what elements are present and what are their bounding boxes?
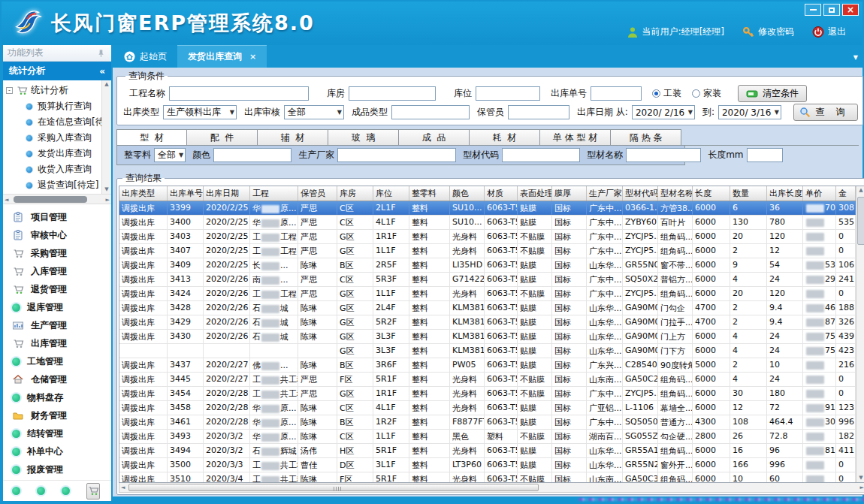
- table-row[interactable]: 调拨出库34542020/2/28工共工程严思G区1R1F整料光身料6063-T…: [119, 387, 856, 401]
- table-row[interactable]: 调拨出库34032020/2/25工工程严思G区1R1F整料光身料6063-T5…: [119, 230, 856, 244]
- profile-name-input[interactable]: [626, 148, 701, 162]
- column-header[interactable]: 型材代码: [623, 186, 658, 201]
- material-tab[interactable]: 隔 热 条: [611, 129, 681, 145]
- sidebar-group-出库管理[interactable]: 出库管理: [3, 334, 111, 352]
- sidebar-group-补单中心[interactable]: 补单中心: [3, 442, 111, 460]
- column-header[interactable]: 整零料: [409, 186, 450, 201]
- table-row[interactable]: 调拨出库34612020/2/28华原...陈琳B区1R2F整料F8877FT6…: [119, 415, 856, 430]
- table-row[interactable]: 调拨出库34072020/2/25工工程严思G区1L1F整料光身料6063-T5…: [119, 244, 856, 258]
- order-no-input[interactable]: [591, 86, 642, 101]
- tab-发货出库查询[interactable]: 发货出库查询×: [177, 45, 267, 68]
- radio-homewear[interactable]: 家装: [692, 87, 721, 100]
- table-row[interactable]: 调拨出库34942020/3/2石辉城汤伟H区5R1F整料光身料6063-T5贴…: [119, 444, 856, 458]
- table-row[interactable]: G区3L3F整料KLM38176063-T5贴膜国标山东华...GA90M09.…: [119, 344, 856, 358]
- column-header[interactable]: 表面处理: [518, 186, 552, 201]
- location-input[interactable]: [476, 86, 540, 101]
- scrollbar-thumb[interactable]: [128, 484, 539, 491]
- maximize-icon[interactable]: [823, 4, 840, 16]
- scroll-right-icon[interactable]: ►: [106, 197, 110, 204]
- material-tab[interactable]: 型 材: [116, 129, 187, 145]
- scrollbar-thumb[interactable]: [14, 196, 87, 203]
- tree-item[interactable]: 发货出库查询: [6, 146, 101, 161]
- scroll-up-icon[interactable]: ▲: [104, 81, 108, 88]
- green-dot-icon[interactable]: [37, 487, 45, 495]
- tree-item[interactable]: 采购入库查询: [6, 130, 101, 146]
- table-row[interactable]: 调拨出库34582020/2/28华原...陈琳C区4L1F整料光身料6063-…: [119, 401, 856, 415]
- column-header[interactable]: 数量: [730, 186, 767, 201]
- sidebar-group-仓储管理[interactable]: 仓储管理: [3, 370, 111, 388]
- column-header[interactable]: 颜色: [450, 186, 485, 201]
- column-header[interactable]: 材质: [485, 186, 518, 201]
- material-tab[interactable]: 配 件: [187, 129, 258, 145]
- column-header[interactable]: 出库单号: [168, 186, 204, 201]
- grid-vertical-scrollbar[interactable]: ▲ ▼: [856, 186, 864, 482]
- column-header[interactable]: 金: [836, 186, 856, 201]
- tree-vertical-scrollbar[interactable]: ▲ ▼: [101, 80, 111, 194]
- table-row[interactable]: 调拨出库34242020/2/26工工程严思G区1L1F整料光身料6063-T5…: [119, 287, 856, 301]
- tab-起始页[interactable]: 起始页: [113, 45, 177, 68]
- green-dot-icon[interactable]: [12, 487, 20, 495]
- sidebar-group-审核中心[interactable]: 审核中心: [3, 226, 111, 244]
- scroll-right-icon[interactable]: ►: [860, 484, 864, 491]
- table-row[interactable]: 调拨出库34132020/2/26南...严思C区5R3F整料G71422606…: [119, 273, 856, 287]
- logout-button[interactable]: 退出: [812, 26, 846, 38]
- material-tab[interactable]: 成 品: [399, 129, 470, 145]
- table-row[interactable]: 调拨出库35002020/3/3工共工程曹佳D区3L1F整料LT3P606063…: [119, 458, 856, 472]
- color-input[interactable]: [213, 148, 292, 162]
- warehouse-input[interactable]: [349, 86, 436, 101]
- tab-list-chevron-icon[interactable]: ▼: [853, 54, 858, 61]
- product-type-input[interactable]: [391, 105, 470, 119]
- grid-horizontal-scrollbar[interactable]: ◄ ►: [119, 483, 864, 493]
- sidebar-group-退库管理[interactable]: 退库管理: [3, 298, 111, 316]
- table-row[interactable]: 调拨出库34932020/3/2华原...陈琳C区1L1F整料黑色塑料不贴膜国标…: [119, 430, 856, 444]
- column-header[interactable]: 出库类型: [119, 186, 168, 201]
- cart-tool-button[interactable]: [86, 483, 100, 499]
- project-name-input[interactable]: [169, 86, 309, 101]
- column-header[interactable]: 库位: [373, 186, 409, 201]
- tree-item[interactable]: 在途信息查询[待: [6, 114, 101, 130]
- keeper-input[interactable]: [508, 105, 569, 119]
- sidebar-group-结转管理[interactable]: 结转管理: [3, 424, 111, 442]
- scrollbar-thumb[interactable]: [857, 197, 864, 245]
- tree-item[interactable]: 预算执行查询: [6, 98, 101, 114]
- whole-part-select[interactable]: 全部▼: [154, 148, 186, 162]
- table-row[interactable]: 调拨出库34092020/2/25长...陈琳B区2R5F整料LI35HD606…: [119, 258, 856, 273]
- column-header[interactable]: 保管员: [298, 186, 337, 201]
- material-tab[interactable]: 玻 璃: [328, 129, 399, 145]
- sidebar-group-采购管理[interactable]: 采购管理: [3, 244, 111, 262]
- column-header[interactable]: 单价: [803, 186, 836, 201]
- column-header[interactable]: 生产厂家: [587, 186, 623, 201]
- green-dot-icon[interactable]: [62, 487, 70, 495]
- material-tab[interactable]: 辅 材: [258, 129, 328, 145]
- radio-workwear[interactable]: 工装: [652, 87, 681, 100]
- scroll-up-icon[interactable]: ▲: [859, 187, 862, 194]
- date-from-select[interactable]: 2020/ 2/16▼: [632, 105, 695, 119]
- scroll-left-icon[interactable]: ◄: [121, 484, 125, 491]
- column-header[interactable]: 库房: [337, 186, 373, 201]
- sidebar-group-物料盘存[interactable]: 物料盘存: [3, 388, 111, 406]
- column-header[interactable]: 出库日期: [204, 186, 250, 201]
- scroll-down-icon[interactable]: ▼: [859, 475, 862, 481]
- out-type-select[interactable]: 生产领料出库▼: [163, 105, 237, 119]
- table-row[interactable]: 调拨出库34292020/2/26石城陈琳G区5R2F整料KLM38176063…: [119, 315, 856, 330]
- material-tab[interactable]: 单 体 型 材: [540, 129, 611, 145]
- table-row[interactable]: 调拨出库33992020/2/25华原...严思C区2L1F整料SU10...6…: [119, 201, 856, 216]
- table-row[interactable]: 调拨出库34372020/2/27佛...陈琳B区3R6F整料PW056063-…: [119, 358, 856, 373]
- tree-item[interactable]: 退货查询[待定]: [6, 177, 101, 193]
- expander-icon[interactable]: -: [6, 87, 13, 94]
- sidebar-group-生产管理[interactable]: 生产管理: [3, 316, 111, 334]
- manufacturer-input[interactable]: [337, 148, 456, 162]
- change-password-button[interactable]: 修改密码: [742, 26, 794, 38]
- table-row[interactable]: 调拨出库34302020/2/26石城陈琳G区3L3F整料KLM38176063…: [119, 330, 856, 344]
- sidebar-group-财务管理[interactable]: 财务管理: [3, 406, 111, 424]
- sidebar-group-入库管理[interactable]: 入库管理: [3, 262, 111, 280]
- sidebar-group-退货管理[interactable]: 退货管理: [3, 280, 111, 298]
- tree-root[interactable]: - 统计分析: [6, 83, 101, 98]
- search-button[interactable]: 查 询: [793, 104, 858, 121]
- column-header[interactable]: 型材名称: [658, 186, 693, 201]
- table-row[interactable]: 调拨出库34282020/2/26石城陈琳G区2L4F整料KLM38176063…: [119, 301, 856, 315]
- sidebar-group-工地管理[interactable]: 工地管理: [3, 352, 111, 370]
- pin-icon[interactable]: [95, 49, 107, 58]
- sidebar-group-项目管理[interactable]: 项目管理: [3, 208, 111, 226]
- column-header[interactable]: 膜厚: [552, 186, 587, 201]
